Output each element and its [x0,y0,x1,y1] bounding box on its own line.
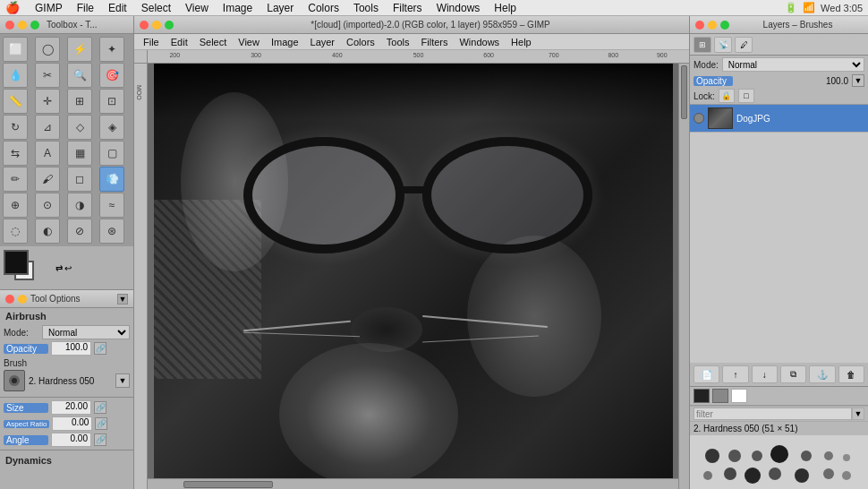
aspect-chain-btn[interactable]: 🔗 [95,417,107,430]
canvas-menu-windows[interactable]: Windows [454,34,505,50]
menu-tools[interactable]: Tools [347,0,385,16]
menu-help[interactable]: Help [488,0,523,16]
tool-bucket-fill[interactable]: ▦ [67,141,92,166]
canvas-menu-file[interactable]: File [138,34,165,50]
tool-pencil[interactable]: ✏ [3,167,28,192]
lock-alpha-btn[interactable]: □ [738,89,754,103]
tool-align[interactable]: ⊞ [67,89,92,114]
lock-pixels-btn[interactable]: 🔒 [719,89,735,103]
tool-smudge[interactable]: ≈ [99,193,124,218]
tool-fuzzy-select[interactable]: ✦ [99,37,124,62]
layer-visibility-eye[interactable] [694,113,704,124]
v-scrollbar-thumb[interactable] [681,65,687,119]
tool-move[interactable]: ✛ [35,89,60,114]
canvas-menu-colors[interactable]: Colors [341,34,380,50]
brush-white-swatch[interactable] [731,389,747,403]
new-layer-btn[interactable]: 📄 [694,365,719,383]
tool-measure[interactable]: 📏 [3,89,28,114]
canvas-menu-view[interactable]: View [233,34,265,50]
menu-select[interactable]: Select [135,0,177,16]
tool-airbrush[interactable]: 💨 [99,167,124,192]
canvas-menu-select[interactable]: Select [194,34,233,50]
tool-perspective[interactable]: ◈ [99,115,124,140]
canvas-max-btn[interactable] [165,21,174,30]
horizontal-scrollbar[interactable] [148,478,678,489]
canvas-menu-edit[interactable]: Edit [166,34,193,50]
canvas-menu-layer[interactable]: Layer [305,34,341,50]
size-chain-btn[interactable]: 🔗 [94,401,106,414]
tool-clone[interactable]: ⊕ [3,193,28,218]
apple-menu[interactable]: 🍎 [5,1,20,14]
menu-file[interactable]: File [71,0,100,16]
options-toggle[interactable]: ▼ [117,294,128,305]
layers-close-btn[interactable] [695,21,704,30]
canvas-close-btn[interactable] [140,21,149,30]
channels-tab[interactable]: 📡 [714,37,732,53]
tool-color-rotate[interactable]: ⊛ [99,219,124,244]
menu-image[interactable]: Image [217,0,259,16]
tool-rotate[interactable]: ↻ [3,115,28,140]
vertical-scrollbar[interactable] [678,64,689,489]
tool-color-picker[interactable]: 🎯 [99,63,124,88]
brush-gray-swatch[interactable] [712,389,728,403]
options-close-button[interactable] [5,295,14,304]
raise-layer-btn[interactable]: ↑ [722,365,748,383]
canvas-menu-help[interactable]: Help [506,34,537,50]
layers-max-btn[interactable] [720,21,729,30]
anchor-layer-btn[interactable]: ⚓ [809,365,835,383]
canvas-min-btn[interactable] [152,21,161,30]
tool-rectangle-select[interactable]: ⬜ [3,37,28,62]
tool-ellipse-select[interactable]: ◯ [35,37,60,62]
tool-text[interactable]: A [35,141,60,166]
brush-filter-input[interactable] [694,408,852,420]
tool-color-select[interactable]: 💧 [3,63,28,88]
duplicate-layer-btn[interactable]: ⧉ [780,365,806,383]
tool-crop[interactable]: ⊡ [99,89,124,114]
opacity-chain-btn[interactable]: 🔗 [94,342,106,355]
tool-shear[interactable]: ◇ [67,115,92,140]
menu-view[interactable]: View [179,0,215,16]
menu-filters[interactable]: Filters [387,0,429,16]
minimize-button[interactable] [18,21,27,30]
image-canvas[interactable] [154,64,673,478]
lower-layer-btn[interactable]: ↓ [752,365,778,383]
canvas-menu-filters[interactable]: Filters [416,34,454,50]
angle-chain-btn[interactable]: 🔗 [94,433,106,446]
maximize-button[interactable] [30,21,39,30]
layers-mode-select[interactable]: Normal Multiply Screen [722,57,864,72]
options-min-button[interactable] [18,295,27,304]
brush-black-swatch[interactable] [694,389,710,403]
h-scrollbar-thumb[interactable] [183,481,273,488]
tool-free-select[interactable]: ⚡ [67,37,92,62]
tool-paintbrush[interactable]: 🖌 [35,167,60,192]
delete-layer-btn[interactable]: 🗑 [838,365,864,383]
tool-blur[interactable]: ◌ [3,219,28,244]
paths-tab[interactable]: 🖊 [735,37,753,53]
menu-gimp[interactable]: GIMP [29,0,69,16]
menu-windows[interactable]: Windows [430,0,487,16]
tool-zoom[interactable]: 🔍 [67,63,92,88]
canvas-menu-tools[interactable]: Tools [381,34,415,50]
foreground-color-swatch[interactable] [4,250,29,275]
layers-tab[interactable]: ⊞ [694,37,711,53]
layers-min-btn[interactable] [708,21,717,30]
tool-blend[interactable]: ▢ [99,141,124,166]
tool-flip[interactable]: ⇆ [3,141,28,166]
close-button[interactable] [5,21,14,30]
tool-scale[interactable]: ⊿ [35,115,60,140]
brush-edit-button[interactable]: ▼ [115,373,130,388]
menu-edit[interactable]: Edit [102,0,133,16]
reset-colors-icon[interactable]: ↩ [64,263,72,273]
mode-select[interactable]: Normal Multiply Screen [42,325,130,339]
tool-heal[interactable]: ⊙ [35,193,60,218]
brush-preview-btn[interactable] [4,370,25,391]
tool-dodge-burn[interactable]: ◑ [67,193,92,218]
menu-layer[interactable]: Layer [260,0,300,16]
swap-colors-icon[interactable]: ⇄ [55,263,63,273]
brush-filter-btn[interactable]: ▼ [852,408,864,420]
tool-scissors-select[interactable]: ✂ [35,63,60,88]
layer-item-dogjpg[interactable]: DogJPG [690,105,868,133]
canvas-menu-image[interactable]: Image [266,34,304,50]
layers-opacity-btn[interactable]: ▼ [852,74,864,87]
tool-desaturate[interactable]: ⊘ [67,219,92,244]
